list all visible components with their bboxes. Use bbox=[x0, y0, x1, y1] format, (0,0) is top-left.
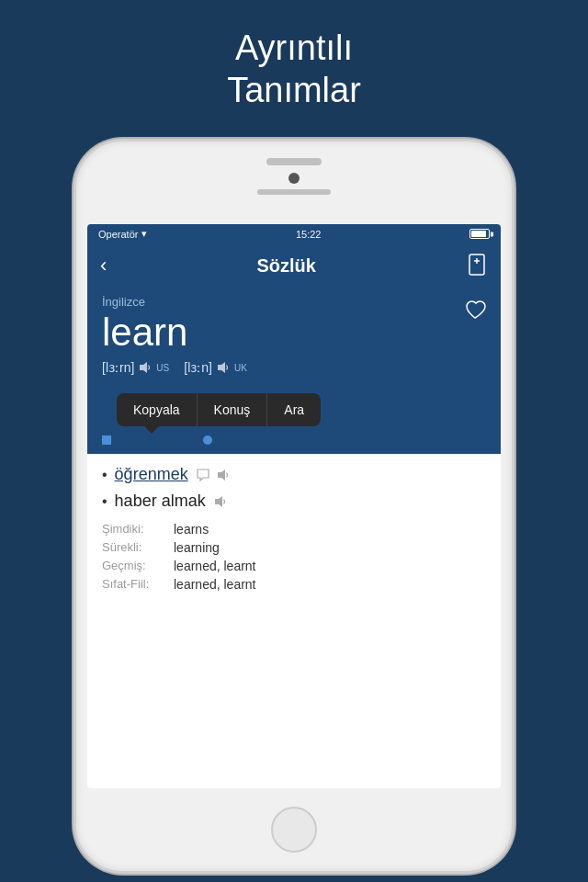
phonetic-uk-label: UK bbox=[234, 363, 247, 373]
home-button[interactable] bbox=[271, 807, 317, 853]
chat-icon-1[interactable] bbox=[196, 468, 210, 482]
def-icons-2 bbox=[213, 494, 228, 509]
back-button[interactable]: ‹ bbox=[100, 254, 107, 277]
speaker-us-icon[interactable] bbox=[138, 360, 153, 375]
svg-marker-3 bbox=[140, 362, 147, 373]
context-menu-area: Kopyala Konuş Ara bbox=[87, 393, 501, 454]
speaker-icon-2[interactable] bbox=[213, 494, 228, 509]
wifi-icon: ▾ bbox=[141, 228, 147, 240]
bookmark-icon bbox=[468, 254, 486, 277]
svg-marker-6 bbox=[215, 496, 222, 507]
carrier-label: Operatör bbox=[98, 229, 138, 240]
phone-camera bbox=[288, 173, 300, 184]
phone-earpiece bbox=[257, 189, 331, 195]
conjugation-table: Şimdiki: learns Sürekli: learning Geçmiş… bbox=[102, 522, 486, 592]
svg-marker-4 bbox=[218, 362, 225, 373]
context-search-button[interactable]: Ara bbox=[266, 393, 321, 426]
header-title: Ayrıntılı Tanımlar bbox=[0, 28, 588, 111]
svg-marker-5 bbox=[218, 469, 225, 481]
word-section: İngilizce learn [lɜːrn] bbox=[87, 288, 501, 393]
phonetic-us-text: [lɜːrn] bbox=[102, 360, 134, 375]
bookmark-button[interactable] bbox=[466, 253, 488, 278]
definition-item-1: • öğrenmek bbox=[102, 465, 486, 484]
phone-mockup: Operatör ▾ 15:22 ‹ Sözlük bbox=[74, 139, 514, 874]
definition-item-2: • haber almak bbox=[102, 492, 486, 511]
conj-label-3: Sıfat-Fiil: bbox=[102, 577, 166, 592]
phonetics-row: [lɜːrn] US [lɜːn] UK bbox=[102, 360, 486, 375]
cursor-left bbox=[102, 435, 111, 445]
heart-icon bbox=[464, 299, 486, 321]
status-bar: Operatör ▾ 15:22 bbox=[87, 224, 501, 243]
nav-bar: ‹ Sözlük bbox=[87, 243, 501, 288]
conj-value-0: learns bbox=[174, 522, 209, 537]
conj-row-1: Sürekli: learning bbox=[102, 540, 486, 555]
phone-screen: Operatör ▾ 15:22 ‹ Sözlük bbox=[87, 224, 501, 788]
conj-label-0: Şimdiki: bbox=[102, 522, 166, 537]
phone-speaker bbox=[266, 158, 322, 165]
cursor-right bbox=[203, 435, 212, 445]
conj-value-1: learning bbox=[174, 540, 220, 555]
conj-label-2: Geçmiş: bbox=[102, 559, 166, 573]
context-copy-button[interactable]: Kopyala bbox=[117, 393, 197, 426]
status-left: Operatör ▾ bbox=[98, 228, 147, 240]
conj-label-1: Sürekli: bbox=[102, 540, 166, 555]
speaker-icon-1[interactable] bbox=[216, 468, 231, 482]
svg-rect-0 bbox=[469, 254, 484, 275]
status-time: 15:22 bbox=[296, 229, 322, 240]
nav-title: Sözlük bbox=[256, 255, 315, 277]
phonetic-us-label: US bbox=[156, 363, 169, 373]
definition-word-1[interactable]: öğrenmek bbox=[115, 465, 188, 484]
page-header: Ayrıntılı Tanımlar bbox=[0, 0, 588, 130]
bullet-1: • bbox=[102, 467, 107, 483]
bullet-2: • bbox=[102, 493, 107, 510]
definition-list: • öğrenmek bbox=[102, 465, 486, 511]
heart-button[interactable] bbox=[464, 299, 486, 326]
header-line1: Ayrıntılı bbox=[235, 28, 353, 67]
context-menu-arrow bbox=[144, 426, 159, 434]
phonetic-uk: [lɜːn] UK bbox=[184, 360, 247, 375]
conj-row-2: Geçmiş: learned, learnt bbox=[102, 559, 486, 573]
definitions-section: • öğrenmek bbox=[87, 454, 501, 606]
phone-shell: Operatör ▾ 15:22 ‹ Sözlük bbox=[74, 139, 514, 874]
battery-fill bbox=[471, 231, 486, 237]
conj-row-0: Şimdiki: learns bbox=[102, 522, 486, 537]
phonetic-us: [lɜːrn] US bbox=[102, 360, 169, 375]
context-menu: Kopyala Konuş Ara bbox=[117, 393, 321, 426]
word-language: İngilizce bbox=[102, 295, 486, 309]
conj-value-3: learned, learnt bbox=[174, 577, 256, 592]
header-line2: Tanımlar bbox=[227, 71, 361, 109]
speaker-uk-icon[interactable] bbox=[216, 360, 231, 375]
context-speak-button[interactable]: Konuş bbox=[197, 393, 267, 426]
conj-row-3: Sıfat-Fiil: learned, learnt bbox=[102, 577, 486, 592]
definition-word-2[interactable]: haber almak bbox=[115, 492, 206, 511]
conj-value-2: learned, learnt bbox=[174, 559, 256, 573]
phone-top-decorations bbox=[257, 158, 331, 195]
word-main: learn bbox=[102, 311, 187, 355]
phonetic-uk-text: [lɜːn] bbox=[184, 360, 212, 375]
battery-icon bbox=[469, 229, 490, 239]
def-icons-1 bbox=[196, 468, 231, 482]
context-menu-container: Kopyala Konuş Ara bbox=[102, 393, 335, 426]
